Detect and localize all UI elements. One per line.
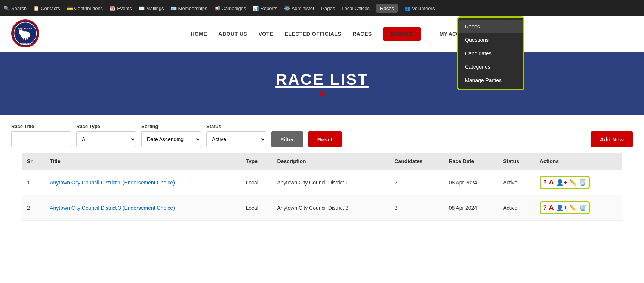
sorting-select[interactable]: Date Ascending Date Descending Title Asc… (141, 131, 201, 147)
admin-events-link[interactable]: 📅 Events (110, 6, 132, 11)
admin-reports-link[interactable]: 📊 Reports (253, 6, 277, 11)
action-icons-group: ? A 👤+ ✏️ 🗑️ (540, 201, 590, 214)
dropdown-categories[interactable]: Categories (458, 60, 523, 74)
cell-candidates: 3 (390, 195, 444, 221)
table-header-row: Sr. Title Type Description Candidates Ra… (22, 153, 622, 170)
cell-sr: 1 (22, 170, 45, 195)
admin-campaigns-link[interactable]: 📢 Campaigns (214, 6, 246, 11)
race-list-table-container: Sr. Title Type Description Candidates Ra… (0, 153, 644, 232)
admin-contacts-link[interactable]: 📋 Contacts (33, 6, 60, 11)
cell-race-date: 08 Apr 2024 (444, 170, 499, 195)
race-title-filter: Race Title (11, 124, 71, 147)
race-type-label: Race Type (76, 124, 136, 129)
cell-actions: ? A 👤+ ✏️ 🗑️ (535, 170, 622, 195)
admin-mailings-link[interactable]: ✉️ Mailings (139, 6, 164, 11)
cell-status: Active (499, 170, 535, 195)
nav-home[interactable]: HOME (191, 31, 207, 37)
cell-status: Active (499, 195, 535, 221)
filter-section: Race Title Race Type All Local State Fed… (0, 115, 644, 153)
reset-button[interactable]: Reset (308, 131, 342, 147)
dropdown-questions[interactable]: Questions (458, 33, 523, 47)
mailings-icon: ✉️ (139, 6, 145, 11)
race-list-table: Sr. Title Type Description Candidates Ra… (22, 153, 622, 221)
status-filter: Status Active Inactive All (206, 124, 266, 147)
table-row: 1 Anytown City Council District 1 (Endor… (22, 170, 622, 195)
table-row: 2 Anytown City Council District 3 (Endor… (22, 195, 622, 221)
dropdown-races[interactable]: Races (458, 20, 523, 33)
delete-icon[interactable]: 🗑️ (579, 179, 586, 186)
cell-title: Anytown City Council District 1 (Endorse… (45, 170, 241, 195)
cell-title: Anytown City Council District 3 (Endorse… (45, 195, 241, 221)
action-icons-group: ? A 👤+ ✏️ 🗑️ (540, 176, 590, 189)
col-actions: Actions (535, 153, 622, 170)
svg-text:ADVOCATES: ADVOCATES (20, 43, 31, 45)
race-title-input[interactable] (11, 131, 71, 147)
questions-action-icon[interactable]: ? (543, 179, 547, 186)
race-title-link[interactable]: Anytown City Council District 1 (Endorse… (50, 180, 175, 186)
filter-button[interactable]: Filter (271, 131, 303, 147)
sorting-label: Sorting (141, 124, 201, 129)
nav-vote[interactable]: VOTE (258, 31, 273, 37)
site-header: REPUBLICAN ★ ★ ★ ADVOCATES HOME ABOUT US… (0, 16, 644, 52)
svg-text:★ ★ ★: ★ ★ ★ (22, 39, 28, 41)
campaigns-icon: 📢 (214, 6, 220, 11)
status-label: Status (206, 124, 266, 129)
race-title-link[interactable]: Anytown City Council District 3 (Endorse… (50, 205, 175, 211)
add-candidate-icon[interactable]: 👤+ (556, 179, 567, 186)
svg-point-6 (20, 29, 21, 30)
cell-sr: 2 (22, 195, 45, 221)
races-dropdown: Races Questions Candidates Categories Ma… (457, 16, 524, 90)
add-candidate-icon[interactable]: 👤+ (556, 204, 567, 211)
col-sr: Sr. (22, 153, 45, 170)
nav-races[interactable]: RACES (352, 31, 372, 37)
cell-actions: ? A 👤+ ✏️ 🗑️ (535, 195, 622, 221)
cell-description: Anytown City Council District 1 (272, 170, 390, 195)
dropdown-manage-parties[interactable]: Manage Parties (458, 74, 523, 87)
cell-type: Local (241, 195, 272, 221)
nav-elected-officials[interactable]: ELECTED OFFICIALS (285, 31, 342, 37)
cell-type: Local (241, 170, 272, 195)
page-title: RACE LIST (7, 71, 637, 88)
cell-race-date: 08 Apr 2024 (444, 195, 499, 221)
reports-icon: 📊 (253, 6, 259, 11)
donate-button[interactable]: DONATE (383, 27, 421, 41)
col-description: Description (272, 153, 390, 170)
add-new-button[interactable]: Add New (591, 131, 633, 147)
admin-search-link[interactable]: 🔍 Search (4, 6, 27, 11)
cell-description: Anytown City Council District 3 (272, 195, 390, 221)
memberships-icon: 🪪 (171, 6, 177, 11)
questions-action-icon[interactable]: ? (543, 205, 547, 211)
search-icon: 🔍 (4, 6, 10, 11)
admin-pages-link[interactable]: Pages (321, 6, 335, 11)
cell-candidates: 2 (390, 170, 444, 195)
admin-administer-link[interactable]: ⚙️ Administer (284, 6, 314, 11)
race-type-filter: Race Type All Local State Federal (76, 124, 136, 147)
admin-volunteers-link[interactable]: 👥 Volunteers (404, 6, 435, 11)
admin-memberships-link[interactable]: 🪪 Memberships (171, 6, 207, 11)
delete-icon[interactable]: 🗑️ (579, 204, 586, 211)
col-race-date: Race Date (444, 153, 499, 170)
col-title: Title (45, 153, 241, 170)
col-type: Type (241, 153, 272, 170)
hero-divider-dot (320, 91, 324, 96)
col-candidates: Candidates (390, 153, 444, 170)
answer-action-icon[interactable]: A (549, 204, 554, 212)
edit-icon[interactable]: ✏️ (569, 204, 577, 211)
administer-icon: ⚙️ (284, 6, 290, 11)
status-select[interactable]: Active Inactive All (206, 131, 266, 147)
nav-about-us[interactable]: ABOUT US (218, 31, 247, 37)
admin-local-offices-link[interactable]: Local Offices (342, 6, 370, 11)
col-status: Status (499, 153, 535, 170)
site-navigation: HOME ABOUT US VOTE ELECTED OFFICIALS RAC… (39, 27, 633, 41)
site-logo: REPUBLICAN ★ ★ ★ ADVOCATES (11, 19, 39, 49)
events-icon: 📅 (110, 6, 115, 11)
edit-icon[interactable]: ✏️ (569, 179, 577, 186)
race-type-select[interactable]: All Local State Federal (76, 131, 136, 147)
answer-action-icon[interactable]: A (549, 178, 554, 186)
filter-row: Race Title Race Type All Local State Fed… (11, 124, 633, 147)
admin-contributions-link[interactable]: 💳 Contributions (67, 6, 103, 11)
dropdown-candidates[interactable]: Candidates (458, 47, 523, 60)
contributions-icon: 💳 (67, 6, 73, 11)
contacts-icon: 📋 (33, 6, 39, 11)
admin-races-link[interactable]: Races (376, 4, 398, 13)
